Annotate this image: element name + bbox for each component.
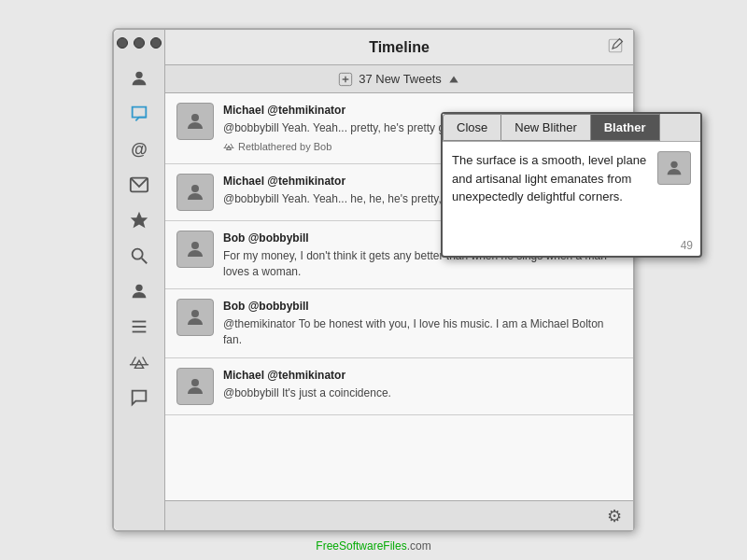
- new-blither-button[interactable]: New Blither: [501, 114, 590, 141]
- svg-point-14: [191, 114, 199, 121]
- tweet-avatar-4: [176, 299, 214, 336]
- sidebar-user-icon[interactable]: [122, 274, 156, 308]
- app-window: @: [112, 28, 635, 532]
- sidebar-star-icon[interactable]: [122, 203, 156, 237]
- new-tweets-label: 37 New Tweets: [359, 72, 442, 86]
- blather-button[interactable]: Blather: [591, 114, 660, 141]
- traffic-lights: [117, 37, 162, 49]
- main-content: Timeline 37 New Tweets: [165, 30, 633, 530]
- tweet-text-4: @themikinator To be honest with you, I l…: [223, 316, 622, 348]
- watermark-files: Files: [383, 539, 406, 553]
- svg-point-18: [191, 379, 199, 386]
- sidebar-bubble-icon[interactable]: [122, 381, 156, 414]
- watermark-free: FreeSoftware: [316, 539, 383, 553]
- sidebar-chat-icon[interactable]: [122, 97, 156, 131]
- tweet-text-5: @bobbybill It's just a coincidence.: [223, 385, 622, 401]
- tweet-avatar-1: [176, 103, 214, 140]
- close-button[interactable]: Close: [443, 114, 501, 141]
- tweet-author-5: Michael @tehmikinator: [223, 368, 622, 384]
- sidebar: @: [114, 30, 165, 530]
- popup-header: Close New Blither Blather: [443, 114, 700, 142]
- settings-icon[interactable]: ⚙: [607, 506, 622, 526]
- chevron-up-icon: [447, 73, 460, 86]
- svg-point-17: [191, 310, 199, 317]
- popup-content: The surface is a smooth, level plane and…: [443, 142, 700, 235]
- traffic-light-3[interactable]: [150, 37, 162, 49]
- popup-compose-text: The surface is a smooth, level plane and…: [452, 151, 650, 226]
- svg-point-15: [191, 185, 199, 192]
- reblather-text-1: Retblathered by Bob: [238, 140, 331, 154]
- bottom-bar: ⚙: [165, 500, 633, 530]
- svg-rect-9: [609, 39, 622, 52]
- new-tweets-icon: [338, 72, 353, 87]
- popup-overlay: Close New Blither Blather The surface is…: [441, 112, 702, 258]
- tweet-avatar-5: [176, 368, 214, 405]
- svg-marker-2: [131, 212, 148, 228]
- svg-point-16: [191, 242, 199, 249]
- window-title: Timeline: [369, 39, 430, 56]
- traffic-light-2[interactable]: [134, 37, 145, 49]
- tweet-item-5[interactable]: Michael @tehmikinator @bobbybill It's ju…: [165, 358, 633, 415]
- sidebar-recycle-icon[interactable]: [122, 345, 156, 379]
- sidebar-profile-icon[interactable]: [122, 62, 156, 95]
- svg-point-19: [670, 161, 677, 168]
- sidebar-search-icon[interactable]: [122, 239, 156, 273]
- new-tweets-bar[interactable]: 37 New Tweets: [165, 65, 633, 93]
- watermark: FreeSoftwareFiles.com: [316, 539, 430, 553]
- popup-avatar: [657, 151, 691, 185]
- tweet-item-4[interactable]: Bob @bobbybill @themikinator To be hones…: [165, 289, 633, 357]
- tweet-body-4: Bob @bobbybill @themikinator To be hones…: [223, 299, 622, 347]
- recycle-icon-small: [223, 141, 234, 152]
- sidebar-mail-icon[interactable]: [122, 168, 156, 202]
- edit-icon[interactable]: [607, 37, 624, 58]
- tweet-author-4: Bob @bobbybill: [223, 299, 622, 315]
- tweet-avatar-2: [176, 174, 214, 211]
- popup-char-count: 49: [443, 235, 700, 256]
- title-bar: Timeline: [165, 30, 633, 65]
- sidebar-list-icon[interactable]: [122, 310, 156, 343]
- traffic-light-1[interactable]: [117, 37, 128, 49]
- svg-point-3: [133, 249, 143, 259]
- tweet-body-5: Michael @tehmikinator @bobbybill It's ju…: [223, 368, 622, 405]
- svg-line-4: [142, 259, 148, 264]
- tweet-avatar-3: [176, 231, 214, 268]
- watermark-com: .com: [407, 539, 431, 553]
- svg-marker-13: [449, 76, 458, 82]
- sidebar-at-icon[interactable]: @: [122, 133, 156, 166]
- svg-point-5: [135, 285, 142, 291]
- svg-point-0: [135, 72, 142, 78]
